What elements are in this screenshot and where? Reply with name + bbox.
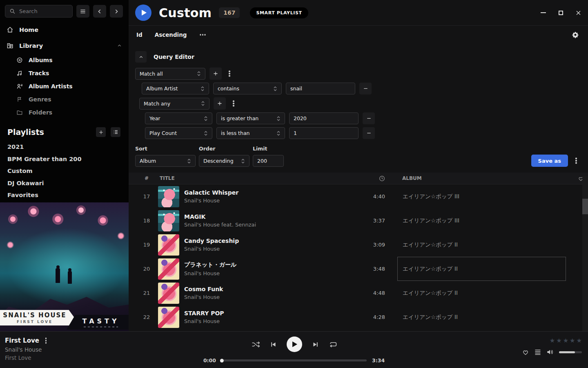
- playlist-item[interactable]: 2021: [0, 141, 129, 153]
- playlist-item[interactable]: Custom: [0, 165, 129, 177]
- remove-rule-button[interactable]: [363, 127, 375, 139]
- shuffle-button[interactable]: [252, 341, 260, 348]
- track-artist[interactable]: Snail's House feat. Sennzai: [184, 222, 356, 228]
- track-album-focused[interactable]: エイリアン☆ポップ II: [397, 257, 566, 281]
- repeat-button[interactable]: [329, 341, 337, 348]
- sidebar-item-albums[interactable]: Albums: [0, 54, 129, 67]
- track-artist[interactable]: Snail's House: [184, 197, 356, 204]
- sidebar-item-genres[interactable]: Genres: [0, 93, 129, 106]
- search-input[interactable]: [19, 8, 68, 14]
- track-title[interactable]: MAGIK: [184, 213, 356, 220]
- collapse-chevron-icon[interactable]: [117, 43, 122, 48]
- menu-button[interactable]: [76, 5, 89, 18]
- column-header-favorite[interactable]: [566, 175, 584, 182]
- group-options-button[interactable]: [226, 67, 233, 80]
- rule-operator-select[interactable]: is less than: [216, 127, 285, 139]
- playlist-item[interactable]: Favorites: [0, 189, 129, 202]
- match-type-select[interactable]: Match any: [139, 98, 209, 110]
- track-row[interactable]: 18 MAGIK Snail's House feat. Sennzai 3:3…: [129, 209, 588, 233]
- settings-button[interactable]: [572, 31, 579, 38]
- rule-field-select[interactable]: Album Artist: [142, 83, 209, 94]
- track-row[interactable]: 19 Candy Spaceship Snail's House 3:09 エイ…: [129, 233, 588, 257]
- next-track-button[interactable]: [312, 341, 318, 348]
- sidebar-item-tracks[interactable]: Tracks: [0, 67, 129, 80]
- rule-value-input[interactable]: [286, 83, 355, 94]
- limit-input[interactable]: [253, 155, 284, 167]
- forward-button[interactable]: [110, 5, 123, 18]
- sidebar-item-library[interactable]: Library: [0, 38, 129, 54]
- playlist-item[interactable]: BPM Greater than 200: [0, 153, 129, 166]
- play-playlist-button[interactable]: [135, 4, 151, 21]
- rule-field-select[interactable]: Play Count: [145, 127, 212, 139]
- column-header-duration[interactable]: [356, 175, 385, 182]
- remove-rule-button[interactable]: [359, 83, 372, 94]
- track-row[interactable]: 20 プラネット・ガール Snail's House 3:48 エイリアン☆ポッ…: [129, 257, 588, 281]
- seek-handle[interactable]: [220, 359, 224, 362]
- scrollbar-thumb[interactable]: [582, 199, 588, 214]
- star-icon[interactable]: ★: [556, 337, 561, 344]
- now-playing-options-button[interactable]: [45, 340, 47, 341]
- rule-operator-select[interactable]: contains: [213, 83, 282, 94]
- column-header-title[interactable]: TITLE: [158, 175, 356, 181]
- track-artist[interactable]: Snail's House: [184, 318, 356, 324]
- now-playing-album-art[interactable]: SNAIL'S HOUSE FIRST LOVE TASTY: [0, 202, 129, 331]
- rule-operator-select[interactable]: is greater than: [216, 112, 285, 124]
- track-row[interactable]: 22 STARRY POP Snail's House 4:28 エイリアン☆ポ…: [129, 305, 588, 329]
- collapse-query-editor-button[interactable]: [135, 51, 147, 63]
- sidebar-item-album-artists[interactable]: Album Artists: [0, 80, 129, 93]
- track-title[interactable]: STARRY POP: [184, 310, 356, 316]
- sort-select[interactable]: Album: [135, 155, 196, 167]
- save-options-button[interactable]: [572, 155, 580, 167]
- star-icon[interactable]: ★: [570, 337, 575, 344]
- save-as-button[interactable]: Save as: [531, 155, 568, 167]
- add-rule-button[interactable]: [214, 97, 226, 110]
- star-icon[interactable]: ★: [577, 337, 582, 344]
- match-type-select[interactable]: Match all: [135, 68, 205, 80]
- rule-value-input[interactable]: [289, 112, 359, 124]
- playlist-item[interactable]: DJ Okawari: [0, 177, 129, 190]
- track-album[interactable]: エイリアン☆ポップ III: [397, 184, 566, 209]
- sidebar-item-folders[interactable]: Folders: [0, 106, 129, 119]
- add-rule-button[interactable]: [209, 67, 222, 80]
- scrollbar-track[interactable]: [582, 176, 588, 331]
- rule-field-select[interactable]: Year: [145, 112, 212, 124]
- star-icon[interactable]: ★: [563, 337, 568, 344]
- search-input-wrapper[interactable]: [5, 5, 73, 18]
- now-playing-title[interactable]: First Love: [5, 337, 39, 344]
- sidebar-item-home[interactable]: Home: [0, 22, 129, 38]
- play-pause-button[interactable]: [287, 337, 302, 352]
- track-album[interactable]: エイリアン☆ポップ II: [397, 305, 566, 329]
- now-playing-artist[interactable]: Snail's House: [5, 346, 47, 353]
- track-title[interactable]: Candy Spaceship: [184, 238, 356, 244]
- volume-slider[interactable]: [559, 351, 582, 353]
- queue-button[interactable]: [535, 349, 541, 355]
- now-playing-album[interactable]: First Love: [5, 355, 47, 361]
- track-album[interactable]: エイリアン☆ポップ II: [397, 281, 566, 305]
- order-select[interactable]: Descending: [199, 155, 249, 167]
- track-artist[interactable]: Snail's House: [184, 246, 356, 252]
- seek-bar[interactable]: [221, 359, 367, 361]
- track-row[interactable]: 17 Galactic Whisper Snail's House 4:40 エ…: [129, 184, 588, 209]
- minimize-button[interactable]: [540, 9, 546, 16]
- group-options-button[interactable]: [230, 97, 237, 110]
- previous-track-button[interactable]: [270, 341, 276, 348]
- column-header-number[interactable]: #: [135, 175, 158, 181]
- column-header-album[interactable]: ALBUM: [397, 175, 566, 181]
- maximize-button[interactable]: [557, 9, 564, 16]
- back-button[interactable]: [93, 5, 106, 18]
- track-artist[interactable]: Snail's House: [184, 294, 356, 300]
- add-playlist-button[interactable]: [96, 127, 106, 137]
- track-title[interactable]: プラネット・ガール: [184, 261, 356, 269]
- star-icon[interactable]: ★: [550, 337, 555, 344]
- more-options-button[interactable]: [199, 29, 207, 41]
- track-row[interactable]: 21 Cosmo Funk Snail's House 4:48 エイリアン☆ポ…: [129, 281, 588, 305]
- favorite-button[interactable]: [522, 348, 529, 356]
- track-artist[interactable]: Snail's House: [184, 270, 356, 276]
- track-album[interactable]: エイリアン☆ポップ III: [397, 209, 566, 233]
- volume-button[interactable]: [546, 349, 554, 355]
- remove-rule-button[interactable]: [363, 112, 375, 124]
- close-button[interactable]: [575, 9, 581, 16]
- track-album[interactable]: エイリアン☆ポップ II: [397, 233, 566, 257]
- playlist-list-button[interactable]: [111, 127, 120, 137]
- track-title[interactable]: Cosmo Funk: [184, 286, 356, 292]
